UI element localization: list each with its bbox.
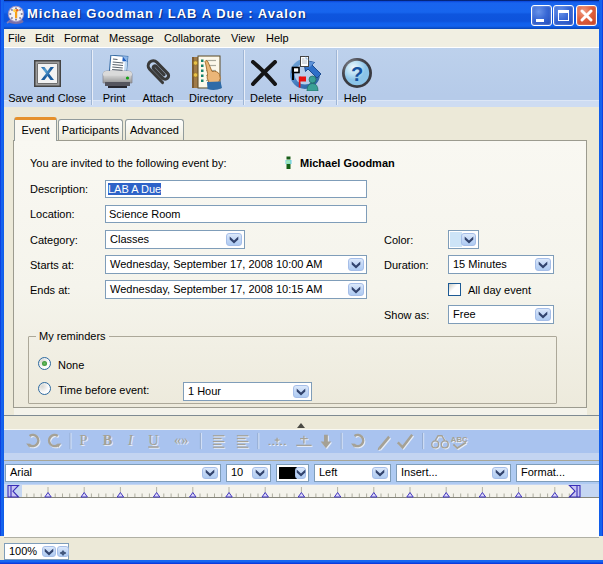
svg-text:B: B <box>103 432 113 448</box>
svg-text:?: ? <box>351 63 363 85</box>
svg-text:«»: «» <box>174 432 188 448</box>
svg-text:U: U <box>148 432 159 448</box>
svg-text:P: P <box>79 432 87 448</box>
